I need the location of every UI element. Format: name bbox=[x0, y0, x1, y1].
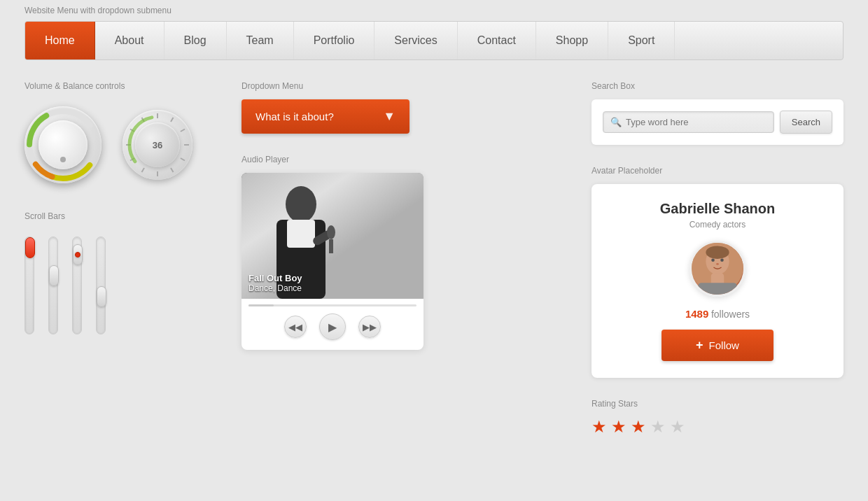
audio-controls: ◀◀ ▶ ▶▶ bbox=[241, 313, 424, 340]
scrollbar-red-dot bbox=[75, 252, 80, 257]
volume-knob[interactable] bbox=[24, 106, 102, 183]
scrollbar-thumb-1[interactable] bbox=[25, 237, 35, 258]
svg-line-6 bbox=[181, 129, 185, 132]
volume-knob-dot bbox=[60, 157, 66, 162]
star-3[interactable]: ★ bbox=[631, 417, 646, 437]
svg-point-21 bbox=[327, 225, 335, 239]
svg-line-11 bbox=[142, 168, 145, 172]
scrollbar-thumb-3[interactable] bbox=[73, 244, 83, 265]
dropdown-section: Dropdown Menu What is it about? ▼ bbox=[241, 81, 570, 134]
svg-point-28 bbox=[716, 263, 719, 265]
scrollbars-label: Scroll Bars bbox=[24, 211, 220, 221]
audio-progress-fill bbox=[248, 304, 274, 306]
search-icon: 🔍 bbox=[610, 117, 622, 127]
svg-point-16 bbox=[130, 117, 186, 173]
audio-section: Audio Player bbox=[241, 155, 570, 350]
search-box: 🔍 Search bbox=[592, 99, 844, 145]
svg-line-8 bbox=[181, 158, 185, 161]
svg-point-26 bbox=[711, 258, 715, 262]
avatar-role: Comedy actors bbox=[606, 220, 830, 230]
svg-rect-22 bbox=[329, 239, 333, 253]
svg-point-17 bbox=[286, 186, 316, 223]
balance-knob[interactable]: 36 bbox=[122, 110, 192, 180]
middle-column: Dropdown Menu What is it about? ▼ Audio … bbox=[241, 81, 570, 437]
star-1[interactable]: ★ bbox=[592, 417, 607, 437]
scrollbars-row bbox=[24, 230, 220, 341]
audio-forward-button[interactable]: ▶▶ bbox=[358, 316, 381, 338]
star-5[interactable]: ★ bbox=[670, 417, 685, 437]
dropdown-button-text: What is it about? bbox=[255, 111, 334, 122]
dropdown-button[interactable]: What is it about? ▼ bbox=[241, 99, 410, 134]
avatar-name: Gabrielle Shanon bbox=[606, 201, 830, 217]
svg-line-5 bbox=[171, 118, 174, 122]
audio-play-button[interactable]: ▶ bbox=[319, 313, 346, 340]
dropdown-arrow-icon: ▼ bbox=[383, 109, 396, 124]
scrollbar-track-2[interactable] bbox=[48, 237, 58, 334]
stars-row: ★ ★ ★ ★ ★ bbox=[592, 417, 844, 437]
scrollbar-track-3[interactable] bbox=[72, 237, 82, 334]
balance-knob-outer: 36 bbox=[122, 110, 192, 180]
nav-item-blog[interactable]: Blog bbox=[164, 22, 227, 59]
svg-rect-19 bbox=[287, 220, 315, 248]
svg-line-9 bbox=[171, 168, 174, 172]
audio-progress-bar[interactable] bbox=[248, 304, 416, 306]
search-input-wrap: 🔍 bbox=[603, 111, 774, 133]
nav-item-about[interactable]: About bbox=[95, 22, 164, 59]
track-subtitle: Dance, Dance bbox=[248, 283, 302, 293]
knobs-row: 36 bbox=[24, 99, 220, 190]
follow-button[interactable]: + Follow bbox=[662, 330, 774, 361]
avatar-image bbox=[690, 241, 746, 297]
search-label: Search Box bbox=[592, 81, 844, 91]
audio-player: Fall Out Boy Dance, Dance ◀◀ ▶ ▶▶ bbox=[241, 173, 424, 350]
follow-button-label: Follow bbox=[709, 339, 739, 351]
track-title: Fall Out Boy bbox=[248, 273, 302, 283]
nav-item-contact[interactable]: Contact bbox=[458, 22, 536, 59]
avatar-label: Avatar Placeholder bbox=[592, 166, 844, 176]
nav-item-home[interactable]: Home bbox=[25, 22, 95, 59]
scrollbar-1 bbox=[24, 237, 34, 334]
svg-point-25 bbox=[706, 246, 729, 259]
volume-knob-outer bbox=[24, 106, 102, 183]
scrollbar-track-1[interactable] bbox=[24, 237, 34, 334]
star-2[interactable]: ★ bbox=[611, 417, 626, 437]
rating-section: Rating Stars ★ ★ ★ ★ ★ bbox=[592, 399, 844, 437]
scrollbar-4 bbox=[96, 237, 106, 334]
scrollbar-thumb-4[interactable] bbox=[97, 286, 106, 307]
svg-point-27 bbox=[720, 258, 724, 262]
page-title: Website Menu with dropdown submenu bbox=[0, 0, 868, 21]
scrollbar-3 bbox=[72, 237, 82, 334]
nav-item-services[interactable]: Services bbox=[374, 22, 457, 59]
balance-arc-svg bbox=[122, 110, 192, 180]
scrollbar-thumb-2[interactable] bbox=[49, 265, 59, 286]
controls-label: Volume & Balance controls bbox=[24, 81, 220, 91]
right-column: Search Box 🔍 Search Avatar Placeholder G… bbox=[592, 81, 844, 437]
avatar-svg bbox=[692, 241, 743, 295]
nav-item-shopp[interactable]: Shopp bbox=[536, 22, 608, 59]
nav-item-portfolio[interactable]: Portfolio bbox=[294, 22, 375, 59]
star-4[interactable]: ★ bbox=[650, 417, 666, 437]
follow-plus-icon: + bbox=[696, 338, 704, 353]
nav-item-team[interactable]: Team bbox=[227, 22, 294, 59]
avatar-section: Avatar Placeholder Gabrielle Shanon Come… bbox=[592, 166, 844, 378]
left-column: Volume & Balance controls bbox=[24, 81, 220, 437]
search-input[interactable] bbox=[626, 117, 766, 127]
followers-number: 1489 bbox=[685, 308, 708, 320]
followers-count: 1489 followers bbox=[606, 308, 830, 320]
search-section: Search Box 🔍 Search bbox=[592, 81, 844, 145]
scrollbars-section: Scroll Bars bbox=[24, 211, 220, 341]
scrollbar-2 bbox=[48, 237, 58, 334]
audio-label: Audio Player bbox=[241, 155, 570, 164]
controls-section: Volume & Balance controls bbox=[24, 81, 220, 190]
navbar: Home About Blog Team Portfolio Services … bbox=[24, 21, 844, 60]
main-content: Volume & Balance controls bbox=[0, 60, 868, 458]
scrollbar-track-4[interactable] bbox=[96, 237, 106, 334]
audio-cover: Fall Out Boy Dance, Dance bbox=[241, 173, 424, 299]
search-button[interactable]: Search bbox=[780, 111, 832, 134]
dropdown-label: Dropdown Menu bbox=[241, 81, 570, 91]
svg-rect-30 bbox=[698, 283, 737, 295]
rating-label: Rating Stars bbox=[592, 399, 844, 409]
followers-text: followers bbox=[711, 309, 750, 320]
audio-track-info: Fall Out Boy Dance, Dance bbox=[248, 273, 302, 293]
nav-item-sport[interactable]: Sport bbox=[608, 22, 675, 59]
audio-rewind-button[interactable]: ◀◀ bbox=[284, 316, 307, 338]
